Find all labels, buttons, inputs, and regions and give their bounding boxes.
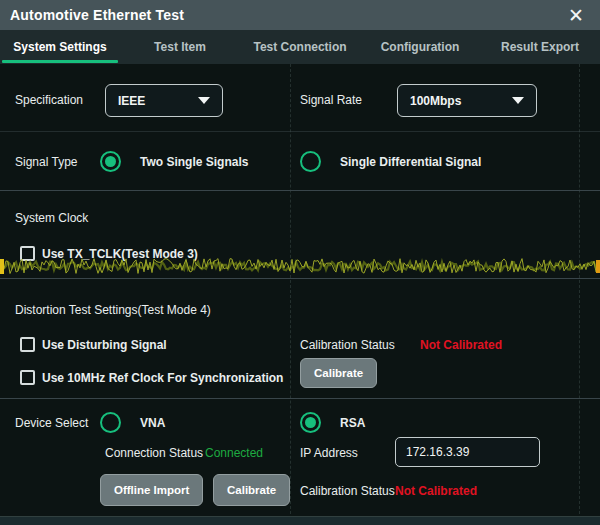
distortion-section-label: Distortion Test Settings(Test Mode 4) <box>15 304 211 317</box>
vna-label: VNA <box>140 417 165 430</box>
specification-dropdown[interactable]: IEEE <box>105 84 223 117</box>
connection-status-value: Connected <box>205 447 263 460</box>
calibration-status-value-device: Not Calibrated <box>395 485 477 498</box>
chevron-down-icon <box>198 97 210 104</box>
ip-address-label: IP Address <box>300 447 358 460</box>
divider <box>0 131 600 132</box>
signal-rate-dropdown[interactable]: 100Mbps <box>397 84 537 117</box>
tab-bar: System Settings Test Item Test Connectio… <box>0 30 600 64</box>
radio-vna[interactable] <box>100 412 121 433</box>
radio-dot <box>105 156 116 167</box>
tab-label: Test Item <box>154 40 206 54</box>
calibration-status-label: Calibration Status <box>300 339 395 352</box>
active-tab-underline <box>2 60 118 63</box>
signal-type-label: Signal Type <box>15 156 78 169</box>
radio-dot <box>305 417 316 428</box>
radio-two-single-signals[interactable] <box>100 151 121 172</box>
automotive-ethernet-test-dialog: Automotive Ethernet Test ✕ System Settin… <box>0 0 600 525</box>
close-icon[interactable]: ✕ <box>562 0 590 30</box>
calibrate-button[interactable]: Calibrate <box>300 358 377 388</box>
calibration-status-label-device: Calibration Status <box>300 485 395 498</box>
use-disturbing-signal-label: Use Disturbing Signal <box>42 339 167 352</box>
offline-import-button[interactable]: Offline Import <box>100 474 203 506</box>
tab-result-export[interactable]: Result Export <box>480 30 600 64</box>
waveform-right-marker <box>596 260 600 273</box>
system-clock-label: System Clock <box>15 212 88 225</box>
calibrate-button-device[interactable]: Calibrate <box>213 474 290 506</box>
waveform-left-marker <box>0 259 4 274</box>
tab-label: Configuration <box>381 40 460 54</box>
radio-rsa[interactable] <box>300 412 321 433</box>
single-differential-signal-label: Single Differential Signal <box>340 156 481 169</box>
titlebar: Automotive Ethernet Test ✕ <box>0 0 600 30</box>
connection-status-label: Connection Status <box>105 447 203 460</box>
ip-address-input[interactable] <box>395 437 540 467</box>
tab-test-item[interactable]: Test Item <box>120 30 240 64</box>
use-disturbing-signal-checkbox[interactable] <box>20 337 35 352</box>
use-10mhz-ref-clock-label: Use 10MHz Ref Clock For Synchronization <box>42 372 283 385</box>
underlying-screen-edge <box>0 516 600 525</box>
rsa-label: RSA <box>340 417 365 430</box>
two-single-signals-label: Two Single Signals <box>140 156 248 169</box>
tab-configuration[interactable]: Configuration <box>360 30 480 64</box>
divider <box>0 278 600 279</box>
tab-label: System Settings <box>13 40 106 54</box>
divider <box>0 190 600 191</box>
window-title: Automotive Ethernet Test <box>10 7 184 23</box>
tab-label: Test Connection <box>253 40 346 54</box>
signal-rate-label: Signal Rate <box>300 94 362 107</box>
use-10mhz-ref-clock-checkbox[interactable] <box>20 370 35 385</box>
specification-label: Specification <box>15 94 83 107</box>
radio-single-differential-signal[interactable] <box>300 151 321 172</box>
device-select-label: Device Select <box>15 417 88 430</box>
chevron-down-icon <box>512 97 524 104</box>
divider <box>0 398 600 399</box>
specification-value: IEEE <box>118 94 190 108</box>
tab-test-connection[interactable]: Test Connection <box>240 30 360 64</box>
signal-rate-value: 100Mbps <box>410 94 504 108</box>
tab-system-settings[interactable]: System Settings <box>0 30 120 64</box>
scope-waveform-trace <box>0 254 600 278</box>
tab-label: Result Export <box>501 40 579 54</box>
calibration-status-value: Not Calibrated <box>420 339 502 352</box>
